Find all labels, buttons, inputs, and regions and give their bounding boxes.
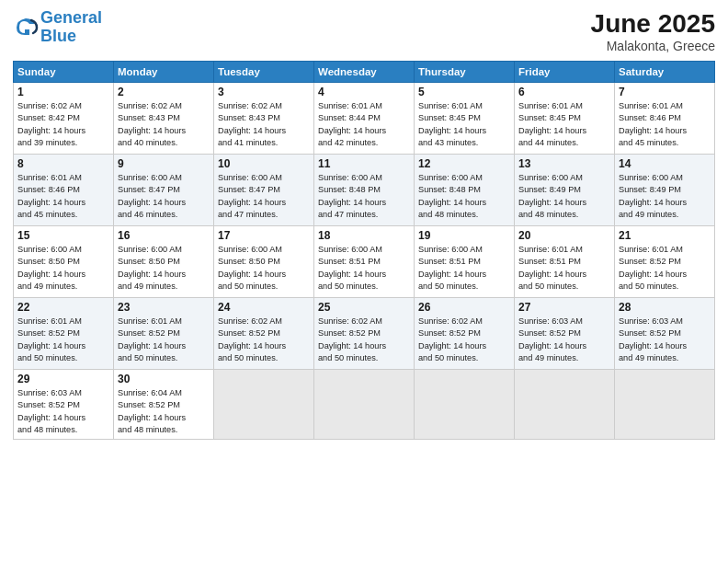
calendar-cell: 22Sunrise: 6:01 AM Sunset: 8:52 PM Dayli… (14, 298, 114, 370)
calendar-cell: 4Sunrise: 6:01 AM Sunset: 8:44 PM Daylig… (314, 83, 415, 155)
page: General Blue June 2025 Malakonta, Greece… (0, 0, 728, 563)
calendar-cell (515, 370, 615, 440)
day-number: 19 (418, 229, 510, 242)
day-header-sunday: Sunday (14, 62, 114, 83)
calendar-cell (415, 370, 515, 440)
calendar-cell (214, 370, 314, 440)
calendar-cell: 15Sunrise: 6:00 AM Sunset: 8:50 PM Dayli… (14, 226, 114, 298)
day-info: Sunrise: 6:01 AM Sunset: 8:52 PM Dayligh… (118, 316, 210, 364)
day-number: 13 (518, 157, 610, 170)
day-number: 9 (118, 157, 210, 170)
calendar-cell (314, 370, 415, 440)
day-info: Sunrise: 6:01 AM Sunset: 8:45 PM Dayligh… (418, 100, 510, 149)
calendar-cell: 3Sunrise: 6:02 AM Sunset: 8:43 PM Daylig… (214, 83, 314, 155)
calendar-cell: 20Sunrise: 6:01 AM Sunset: 8:51 PM Dayli… (515, 226, 615, 298)
calendar-cell (615, 370, 715, 440)
day-number: 16 (118, 229, 210, 242)
calendar-cell: 23Sunrise: 6:01 AM Sunset: 8:52 PM Dayli… (114, 298, 214, 370)
day-info: Sunrise: 6:00 AM Sunset: 8:49 PM Dayligh… (619, 172, 711, 221)
day-info: Sunrise: 6:00 AM Sunset: 8:50 PM Dayligh… (218, 244, 310, 293)
logo-icon (13, 15, 39, 40)
day-number: 3 (218, 86, 310, 98)
day-number: 30 (118, 373, 210, 385)
logo: General Blue (13, 9, 102, 46)
calendar-cell: 29Sunrise: 6:03 AM Sunset: 8:52 PM Dayli… (14, 370, 114, 440)
calendar-cell: 2Sunrise: 6:02 AM Sunset: 8:43 PM Daylig… (114, 83, 214, 155)
calendar-cell: 12Sunrise: 6:00 AM Sunset: 8:48 PM Dayli… (415, 155, 515, 226)
header-row: SundayMondayTuesdayWednesdayThursdayFrid… (14, 62, 715, 83)
day-info: Sunrise: 6:00 AM Sunset: 8:47 PM Dayligh… (118, 172, 210, 221)
day-info: Sunrise: 6:01 AM Sunset: 8:52 PM Dayligh… (619, 244, 711, 293)
week-row-4: 22Sunrise: 6:01 AM Sunset: 8:52 PM Dayli… (14, 298, 715, 370)
calendar-cell: 26Sunrise: 6:02 AM Sunset: 8:52 PM Dayli… (415, 298, 515, 370)
day-header-monday: Monday (114, 62, 214, 83)
day-info: Sunrise: 6:00 AM Sunset: 8:49 PM Dayligh… (518, 172, 610, 221)
week-row-1: 1Sunrise: 6:02 AM Sunset: 8:42 PM Daylig… (14, 83, 715, 155)
calendar-cell: 10Sunrise: 6:00 AM Sunset: 8:47 PM Dayli… (214, 155, 314, 226)
calendar-cell: 5Sunrise: 6:01 AM Sunset: 8:45 PM Daylig… (415, 83, 515, 155)
day-info: Sunrise: 6:01 AM Sunset: 8:45 PM Dayligh… (518, 100, 610, 149)
day-number: 8 (17, 157, 109, 170)
day-info: Sunrise: 6:03 AM Sunset: 8:52 PM Dayligh… (518, 316, 610, 364)
week-row-3: 15Sunrise: 6:00 AM Sunset: 8:50 PM Dayli… (14, 226, 715, 298)
day-info: Sunrise: 6:00 AM Sunset: 8:48 PM Dayligh… (318, 172, 410, 221)
day-info: Sunrise: 6:02 AM Sunset: 8:52 PM Dayligh… (218, 316, 310, 364)
day-info: Sunrise: 6:00 AM Sunset: 8:50 PM Dayligh… (17, 244, 109, 293)
day-info: Sunrise: 6:03 AM Sunset: 8:52 PM Dayligh… (619, 316, 711, 364)
day-number: 26 (418, 301, 510, 314)
calendar-cell: 27Sunrise: 6:03 AM Sunset: 8:52 PM Dayli… (515, 298, 615, 370)
calendar-table: SundayMondayTuesdayWednesdayThursdayFrid… (13, 61, 715, 440)
week-row-2: 8Sunrise: 6:01 AM Sunset: 8:46 PM Daylig… (14, 155, 715, 226)
day-number: 29 (17, 373, 109, 385)
calendar-cell: 17Sunrise: 6:00 AM Sunset: 8:50 PM Dayli… (214, 226, 314, 298)
calendar-cell: 19Sunrise: 6:00 AM Sunset: 8:51 PM Dayli… (415, 226, 515, 298)
day-number: 22 (17, 301, 109, 314)
header: General Blue June 2025 Malakonta, Greece (13, 9, 715, 53)
day-number: 27 (518, 301, 610, 314)
calendar-cell: 7Sunrise: 6:01 AM Sunset: 8:46 PM Daylig… (615, 83, 715, 155)
calendar-cell: 24Sunrise: 6:02 AM Sunset: 8:52 PM Dayli… (214, 298, 314, 370)
day-info: Sunrise: 6:00 AM Sunset: 8:50 PM Dayligh… (118, 244, 210, 293)
day-info: Sunrise: 6:03 AM Sunset: 8:52 PM Dayligh… (17, 387, 109, 436)
day-number: 11 (318, 157, 410, 170)
calendar-cell: 9Sunrise: 6:00 AM Sunset: 8:47 PM Daylig… (114, 155, 214, 226)
day-header-saturday: Saturday (615, 62, 715, 83)
day-number: 6 (518, 86, 610, 98)
day-number: 23 (118, 301, 210, 314)
calendar-subtitle: Malakonta, Greece (591, 39, 715, 53)
calendar-cell: 21Sunrise: 6:01 AM Sunset: 8:52 PM Dayli… (615, 226, 715, 298)
day-info: Sunrise: 6:00 AM Sunset: 8:51 PM Dayligh… (318, 244, 410, 293)
day-number: 12 (418, 157, 510, 170)
day-info: Sunrise: 6:01 AM Sunset: 8:44 PM Dayligh… (318, 100, 410, 149)
calendar-cell: 25Sunrise: 6:02 AM Sunset: 8:52 PM Dayli… (314, 298, 415, 370)
day-info: Sunrise: 6:02 AM Sunset: 8:52 PM Dayligh… (418, 316, 510, 364)
day-number: 17 (218, 229, 310, 242)
day-header-thursday: Thursday (415, 62, 515, 83)
day-info: Sunrise: 6:01 AM Sunset: 8:46 PM Dayligh… (17, 172, 109, 221)
day-header-wednesday: Wednesday (314, 62, 415, 83)
calendar-cell: 11Sunrise: 6:00 AM Sunset: 8:48 PM Dayli… (314, 155, 415, 226)
day-number: 25 (318, 301, 410, 314)
logo-text: General Blue (40, 9, 102, 46)
day-number: 24 (218, 301, 310, 314)
calendar-cell: 30Sunrise: 6:04 AM Sunset: 8:52 PM Dayli… (114, 370, 214, 440)
day-number: 1 (17, 86, 109, 98)
calendar-cell: 6Sunrise: 6:01 AM Sunset: 8:45 PM Daylig… (515, 83, 615, 155)
day-info: Sunrise: 6:01 AM Sunset: 8:52 PM Dayligh… (17, 316, 109, 364)
day-number: 21 (619, 229, 711, 242)
day-number: 20 (518, 229, 610, 242)
day-info: Sunrise: 6:01 AM Sunset: 8:46 PM Dayligh… (619, 100, 711, 149)
calendar-cell: 16Sunrise: 6:00 AM Sunset: 8:50 PM Dayli… (114, 226, 214, 298)
day-number: 2 (118, 86, 210, 98)
day-number: 7 (619, 86, 711, 98)
week-row-5: 29Sunrise: 6:03 AM Sunset: 8:52 PM Dayli… (14, 370, 715, 440)
day-info: Sunrise: 6:01 AM Sunset: 8:51 PM Dayligh… (518, 244, 610, 293)
day-info: Sunrise: 6:02 AM Sunset: 8:43 PM Dayligh… (218, 100, 310, 149)
day-number: 4 (318, 86, 410, 98)
day-info: Sunrise: 6:02 AM Sunset: 8:52 PM Dayligh… (318, 316, 410, 364)
day-info: Sunrise: 6:00 AM Sunset: 8:47 PM Dayligh… (218, 172, 310, 221)
day-number: 28 (619, 301, 711, 314)
day-number: 18 (318, 229, 410, 242)
day-info: Sunrise: 6:04 AM Sunset: 8:52 PM Dayligh… (118, 387, 210, 436)
day-info: Sunrise: 6:02 AM Sunset: 8:43 PM Dayligh… (118, 100, 210, 149)
